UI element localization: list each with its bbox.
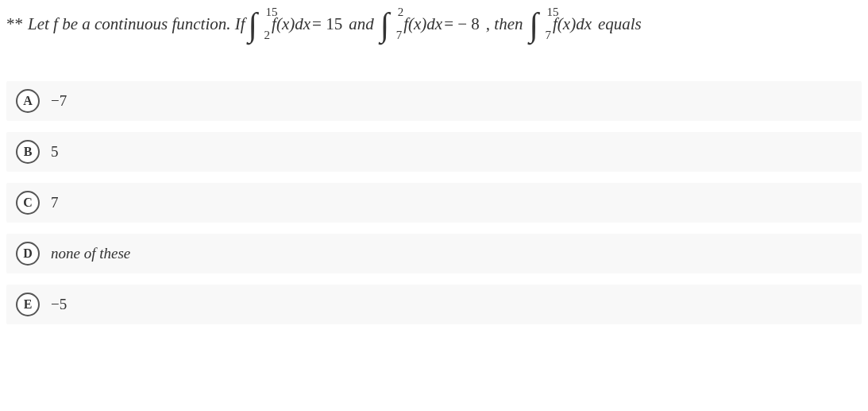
integral-2-equals: = − 8 xyxy=(444,10,480,40)
question-part-4: equals xyxy=(598,10,642,40)
integral-2-body: f(x)dx xyxy=(403,10,442,40)
integral-2-upper: 2 xyxy=(398,2,404,23)
option-b-text: 5 xyxy=(51,143,59,161)
option-e-text: −5 xyxy=(51,296,67,313)
integral-1-lower: 2 xyxy=(264,25,271,46)
question-part-2: and xyxy=(349,10,374,40)
option-a[interactable]: A −7 xyxy=(6,81,862,121)
option-b[interactable]: B 5 xyxy=(6,132,862,172)
option-b-letter: B xyxy=(16,140,40,164)
option-c[interactable]: C 7 xyxy=(6,183,862,223)
option-e-letter: E xyxy=(16,293,40,316)
options-list: A −7 B 5 C 7 D none of these E −5 xyxy=(6,81,862,324)
option-c-letter: C xyxy=(16,191,40,215)
integral-2-lower: 7 xyxy=(396,25,403,46)
option-a-letter: A xyxy=(16,89,40,113)
option-e[interactable]: E −5 xyxy=(6,285,862,324)
option-a-text: −7 xyxy=(51,92,67,110)
integral-1: ∫ 15 2 f(x)dx = 15 xyxy=(249,8,343,41)
question-text: ** Let f be a continuous function. If ∫ … xyxy=(6,8,862,41)
integral-symbol: ∫ xyxy=(529,8,538,41)
integral-symbol: ∫ xyxy=(380,8,390,41)
option-d-letter: D xyxy=(16,242,40,266)
question-part-3: , then xyxy=(486,10,523,40)
question-part-1: Let f be a continuous function. If xyxy=(28,10,245,40)
integral-symbol: ∫ xyxy=(249,8,258,41)
integral-1-equals: = 15 xyxy=(312,10,342,40)
integral-3-lower: 7 xyxy=(545,25,551,46)
option-d-text: none of these xyxy=(51,245,130,262)
integral-2: ∫ 2 7 f(x)dx = − 8 xyxy=(380,8,480,41)
option-c-text: 7 xyxy=(51,194,59,211)
integral-1-upper: 15 xyxy=(266,2,278,23)
question-prefix: ** xyxy=(6,10,23,40)
integral-3: ∫ 15 7 f(x)dx xyxy=(529,8,591,41)
integral-3-upper: 15 xyxy=(546,2,558,23)
option-d[interactable]: D none of these xyxy=(6,234,862,273)
